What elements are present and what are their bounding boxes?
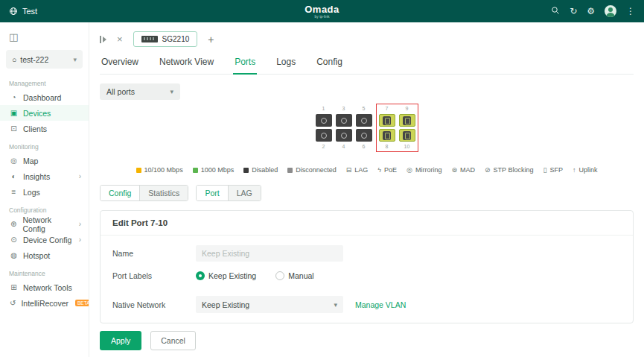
sidebar-collapse-icon[interactable]: ◫ [0, 28, 89, 47]
port-status-icon [321, 118, 327, 124]
radio-dot-icon [196, 271, 205, 280]
network-tools-icon: ⊞ [10, 283, 18, 291]
subtab-statistics[interactable]: Statistics [139, 186, 188, 200]
expand-device-list-icon[interactable] [100, 36, 106, 43]
sidebar-item-dashboard[interactable]: ◔ Dashboard [0, 89, 89, 105]
sidebar-item-network-config[interactable]: ⊕ Network Config › [0, 216, 89, 232]
sidebar-item-intellirecover[interactable]: ↺ IntelliRecover BETA [0, 295, 89, 311]
site-icon: ○ [12, 55, 16, 64]
radio-label: Manual [288, 271, 313, 280]
cancel-button[interactable]: Cancel [150, 331, 196, 350]
insights-icon: ◐ [10, 172, 18, 180]
refresh-icon[interactable]: ↻ [570, 7, 577, 16]
sidebar: ◫ ○ test-222 ▾ Management ◔ Dashboard ▣ … [0, 22, 89, 357]
subtab-config[interactable]: Config [101, 186, 139, 200]
site-switcher[interactable]: Test [9, 7, 37, 16]
sidebar-item-map[interactable]: ◎ Map [0, 153, 89, 168]
mirroring-icon: ◎ [407, 166, 412, 174]
port-9[interactable] [399, 114, 415, 127]
sidebar-item-logs[interactable]: ≡ Logs [0, 184, 89, 200]
sidebar-item-label: Device Config [23, 236, 71, 244]
add-device-tab-icon[interactable]: + [208, 34, 214, 45]
sidebar-item-network-tools[interactable]: ⊞ Network Tools [0, 279, 89, 295]
port-column: 9 10 [399, 106, 415, 150]
port-diagram: 1 2 3 4 5 6 [89, 106, 644, 159]
sidebar-item-clients[interactable]: ⊡ Clients [0, 121, 89, 136]
section-label-monitoring: Monitoring [0, 136, 89, 153]
settings-gear-icon[interactable]: ⚙ [587, 7, 595, 16]
sidebar-item-hotspot[interactable]: ◍ Hotspot [0, 247, 89, 263]
more-menu-icon[interactable]: ⋮ [626, 7, 635, 16]
network-tags-row: Network Tags Setting i Keep Existing All… [112, 323, 621, 323]
tab-config[interactable]: Config [315, 51, 344, 74]
port-number-label: 1 [322, 106, 325, 112]
globe-icon [9, 7, 18, 16]
tab-logs[interactable]: Logs [275, 51, 297, 74]
port-7[interactable] [379, 114, 395, 127]
tab-ports[interactable]: Ports [233, 51, 257, 75]
omada-app-window: Test Omada by tp-link ↻ ⚙ ⋮ ◫ ○ test-222… [0, 0, 644, 357]
sidebar-item-label: Clients [23, 124, 47, 133]
port-3[interactable] [336, 114, 352, 127]
subtab-port[interactable]: Port [197, 186, 227, 200]
main-content: × SG2210 + Overview Network View Ports L… [89, 22, 644, 357]
port-subtabs: Config Statistics Port LAG [100, 185, 634, 201]
port-5[interactable] [356, 114, 372, 127]
tab-network-view[interactable]: Network View [158, 51, 215, 74]
search-icon[interactable] [551, 6, 560, 16]
port-column: 7 8 [379, 106, 395, 150]
port-status-icon [341, 133, 347, 139]
panel-body: Name Port Labels Keep Existing Manual Na… [101, 245, 633, 323]
name-row: Name [112, 245, 621, 262]
port-2[interactable] [316, 129, 332, 142]
port-1[interactable] [316, 114, 332, 127]
sidebar-item-device-config[interactable]: ⊙ Device Config › [0, 232, 89, 247]
port-module-icon [383, 116, 391, 125]
port-column: 5 6 [356, 106, 372, 150]
radio-manual[interactable]: Manual [275, 271, 313, 280]
port-labels-radio-group: Keep Existing Manual [196, 271, 314, 280]
manage-vlan-link[interactable]: Manage VLAN [355, 300, 406, 309]
apply-button[interactable]: Apply [100, 331, 141, 350]
port-number-label: 9 [406, 106, 409, 112]
close-device-tab-icon[interactable]: × [117, 34, 123, 45]
port-8[interactable] [379, 129, 395, 142]
sidebar-item-label: Network Config [22, 215, 73, 233]
user-avatar[interactable] [605, 5, 616, 17]
port-type-segment: Port LAG [196, 185, 261, 201]
sidebar-item-insights[interactable]: ◐ Insights › [0, 168, 89, 184]
port-column: 3 4 [336, 106, 352, 150]
legend-label: Disconnected [296, 166, 337, 174]
sidebar-item-label: Hotspot [23, 251, 50, 260]
uplink-icon: ↑ [573, 166, 576, 174]
site-selector[interactable]: ○ test-222 ▾ [6, 50, 83, 69]
chevron-right-icon: › [79, 236, 81, 244]
stp-blocking-icon: ⊘ [485, 166, 491, 174]
sidebar-item-devices[interactable]: ▣ Devices [0, 105, 89, 121]
port-10[interactable] [399, 129, 415, 142]
name-input[interactable] [196, 245, 343, 262]
port-6[interactable] [356, 129, 372, 142]
clients-icon: ⊡ [10, 124, 18, 133]
port-number-label: 2 [322, 144, 325, 150]
port-number-label: 10 [404, 144, 410, 150]
native-network-label: Native Network [112, 300, 196, 309]
native-network-value: Keep Existing [202, 300, 249, 309]
native-network-select[interactable]: Keep Existing ▾ [196, 296, 343, 313]
legend-item: ⊚MAD [451, 166, 475, 174]
tab-overview[interactable]: Overview [100, 51, 140, 74]
port-number-label: 5 [363, 106, 366, 112]
legend-item: 1000 Mbps [193, 166, 235, 174]
device-tab-sg2210[interactable]: SG2210 [133, 31, 198, 47]
ports-filter-dropdown[interactable]: All ports ▾ [100, 83, 180, 100]
port-selection-box: 7 8 9 10 [376, 104, 418, 152]
section-label-configuration: Configuration [0, 200, 89, 216]
mad-icon: ⊚ [451, 166, 457, 174]
subtab-lag[interactable]: LAG [228, 186, 261, 200]
sidebar-item-label: Insights [23, 172, 50, 181]
radio-label: Keep Existing [208, 271, 256, 280]
port-number-label: 4 [342, 144, 345, 150]
radio-keep-existing[interactable]: Keep Existing [196, 271, 256, 280]
legend-item: ⊟LAG [346, 166, 369, 174]
port-4[interactable] [336, 129, 352, 142]
